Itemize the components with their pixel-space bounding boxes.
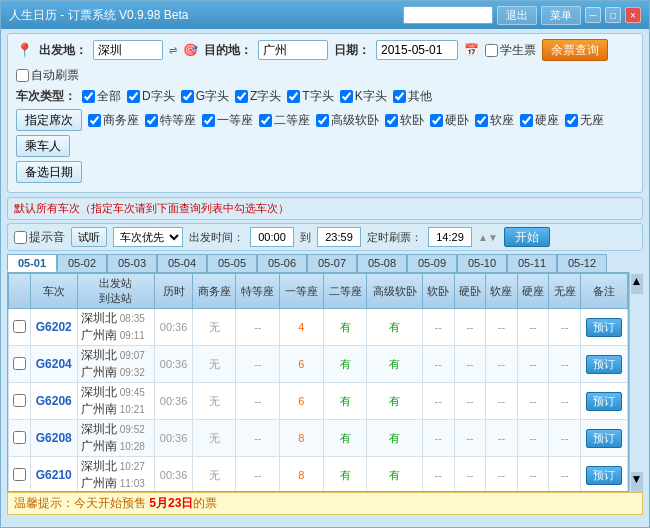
scroll-up[interactable]: ▲ [631,274,643,294]
student-ticket-checkbox[interactable] [485,44,498,57]
check-hard-seat[interactable] [520,114,533,127]
high-sleeper-label: 高级软卧 [316,112,379,129]
swap-icon[interactable]: ⇌ [169,45,177,56]
train-type-label: 车次类型： [16,88,76,105]
check-hard-sleeper[interactable] [430,114,443,127]
col-soft-seat: 软座 [486,274,518,309]
check-g[interactable] [181,90,194,103]
soft-seat-label: 软座 [475,112,514,129]
train-table: 车次 出发站到达站 历时 商务座 特等座 一等座 二等座 高级软卧 软卧 硬卧 … [7,272,629,492]
date-input[interactable] [376,40,458,60]
schedule-time-input[interactable] [428,227,472,247]
col-special: 特等座 [236,274,280,309]
depart-time-input[interactable] [250,227,294,247]
station-cell: 深圳北 10:27广州南 11:03 [77,457,155,493]
date-tab-05-04[interactable]: 05-04 [157,254,207,272]
start-button[interactable]: 开始 [504,227,550,247]
train-checkbox-3[interactable] [13,431,26,444]
second-label: 二等座 [259,112,310,129]
logout-button[interactable]: 退出 [497,6,537,25]
menu-button[interactable]: 菜单 [541,6,581,25]
col-first: 一等座 [280,274,324,309]
check-k[interactable] [340,90,353,103]
scroll-down[interactable]: ▼ [631,472,643,492]
date-tab-05-11[interactable]: 05-11 [507,254,557,272]
arrive-time-input[interactable] [317,227,361,247]
business-label: 商务座 [88,112,139,129]
col-hard-seat: 硬座 [517,274,549,309]
query-button[interactable]: 余票查询 [542,39,608,61]
to-location-icon: 🎯 [183,43,198,57]
date-tab-05-10[interactable]: 05-10 [457,254,507,272]
schedule-label: 定时刷票： [367,230,422,245]
date-tab-05-01[interactable]: 05-01 [7,254,57,272]
audition-button[interactable]: 试听 [71,227,107,247]
priority-select[interactable]: 车次优先 [113,227,183,247]
train-checkbox-1[interactable] [13,357,26,370]
col-soft-sleeper: 软卧 [422,274,454,309]
passenger-button[interactable]: 乘车人 [16,135,70,157]
station-cell: 深圳北 09:52广州南 10:28 [77,420,155,457]
app-title: 人生日历 - 订票系统 V0.9.98 Beta [9,7,188,24]
date-tab-05-06[interactable]: 05-06 [257,254,307,272]
schedule-up-icon[interactable]: ▲▼ [478,232,498,243]
date-tab-05-09[interactable]: 05-09 [407,254,457,272]
col-hard-sleeper: 硬卧 [454,274,486,309]
special-label: 特等座 [145,112,196,129]
bottom-text: 温馨提示：今天开始预售 5月23日的票 [14,495,217,512]
train-checkbox-2[interactable] [13,394,26,407]
auto-refresh-checkbox[interactable] [16,69,29,82]
from-label: 出发地： [39,42,87,59]
title-bar: 人生日历 - 订票系统 V0.9.98 Beta 退出 菜单 ─ □ × [1,1,649,29]
check-second[interactable] [259,114,272,127]
book-button-0[interactable]: 预订 [586,318,622,337]
col-business: 商务座 [192,274,236,309]
seat-select-button[interactable]: 指定席次 [16,109,82,131]
to-input[interactable] [258,40,328,60]
search-row4: 乘车人 [16,135,634,157]
check-z[interactable] [235,90,248,103]
title-search-input[interactable] [403,6,493,24]
check-first[interactable] [202,114,215,127]
minimize-button[interactable]: ─ [585,7,601,23]
check-other[interactable] [393,90,406,103]
scrollbar[interactable]: ▲ ▼ [629,272,643,492]
check-t[interactable] [287,90,300,103]
toolbar: 默认所有车次（指定车次请到下面查询列表中勾选车次） [7,197,643,220]
check-soft-seat[interactable] [475,114,488,127]
from-location-icon: 📍 [16,42,33,58]
check-business[interactable] [88,114,101,127]
soft-sleeper-label: 软卧 [385,112,424,129]
date-tab-05-03[interactable]: 05-03 [107,254,157,272]
check-high-sleeper[interactable] [316,114,329,127]
date-tab-05-05[interactable]: 05-05 [207,254,257,272]
date-tab-05-12[interactable]: 05-12 [557,254,607,272]
col-duration: 历时 [155,274,193,309]
from-input[interactable] [93,40,163,60]
check-soft-sleeper[interactable] [385,114,398,127]
check-d[interactable] [127,90,140,103]
date-tab-05-07[interactable]: 05-07 [307,254,357,272]
calendar-icon[interactable]: 📅 [464,43,479,57]
check-all[interactable] [82,90,95,103]
col-high-sleeper: 高级软卧 [367,274,423,309]
date-tab-05-02[interactable]: 05-02 [57,254,107,272]
book-button-3[interactable]: 预订 [586,429,622,448]
check-special[interactable] [145,114,158,127]
train-checkbox-4[interactable] [13,468,26,481]
check-z-label: Z字头 [235,88,281,105]
close-button[interactable]: × [625,7,641,23]
book-button-4[interactable]: 预订 [586,466,622,485]
auto-refresh-label: 自动刷票 [16,67,79,84]
book-button-1[interactable]: 预订 [586,355,622,374]
maximize-button[interactable]: □ [605,7,621,23]
alt-date-button[interactable]: 备选日期 [16,161,82,183]
to-time-label: 到 [300,230,311,245]
content-area: 车次 出发站到达站 历时 商务座 特等座 一等座 二等座 高级软卧 软卧 硬卧 … [7,272,643,492]
book-button-2[interactable]: 预订 [586,392,622,411]
sound-checkbox[interactable] [14,231,27,244]
check-no-seat[interactable] [565,114,578,127]
date-tab-05-08[interactable]: 05-08 [357,254,407,272]
train-checkbox-0[interactable] [13,320,26,333]
highlight-date: 5月23日 [149,496,193,510]
